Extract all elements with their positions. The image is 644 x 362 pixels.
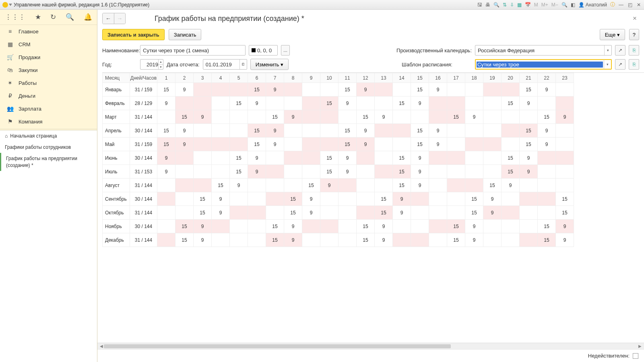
cell-day[interactable] <box>284 97 302 110</box>
cell-day[interactable] <box>375 179 393 192</box>
cell-day[interactable] <box>465 179 483 192</box>
cell-day[interactable] <box>538 206 556 220</box>
cell-day[interactable] <box>411 110 429 124</box>
cell-day[interactable] <box>556 165 574 179</box>
cell-day[interactable] <box>393 110 411 124</box>
cell-day[interactable]: 15 <box>538 233 556 247</box>
cell-day[interactable] <box>212 151 230 165</box>
cell-day[interactable] <box>320 206 339 220</box>
cell-day[interactable]: 9 <box>248 151 266 165</box>
cell-day[interactable] <box>411 192 429 206</box>
cell-day[interactable] <box>339 110 357 124</box>
cell-day[interactable]: 9 <box>411 97 429 110</box>
cell-day[interactable] <box>212 220 230 233</box>
horizontal-scrollbar[interactable]: ◀ ▶ <box>97 343 644 349</box>
cell-day[interactable] <box>230 138 248 151</box>
cell-day[interactable] <box>556 83 574 97</box>
cell-day[interactable] <box>393 124 411 138</box>
toolbar-print-icon[interactable]: 🖶 <box>485 2 490 8</box>
cell-day[interactable] <box>429 97 447 110</box>
table-row[interactable]: Март31 / 144159159159159159 <box>103 110 574 124</box>
cell-day[interactable]: 9 <box>266 124 284 138</box>
cell-day[interactable]: 15 <box>248 83 266 97</box>
cell-day[interactable] <box>429 179 447 192</box>
cell-day[interactable] <box>175 206 194 220</box>
cell-day[interactable]: 15 <box>357 220 375 233</box>
toolbar-preview-icon[interactable]: 🔍 <box>493 2 500 8</box>
cell-day[interactable] <box>502 124 520 138</box>
cell-day[interactable]: 15 <box>375 206 393 220</box>
cell-day[interactable]: 9 <box>157 165 175 179</box>
cell-day[interactable]: 15 <box>411 138 429 151</box>
cell-day[interactable] <box>339 179 357 192</box>
forward-button[interactable]: → <box>114 13 125 24</box>
cell-day[interactable] <box>284 83 302 97</box>
cell-day[interactable] <box>302 220 320 233</box>
cell-day[interactable] <box>339 192 357 206</box>
cell-day[interactable] <box>465 151 483 165</box>
cell-day[interactable] <box>230 83 248 97</box>
cell-day[interactable] <box>284 179 302 192</box>
cell-day[interactable] <box>266 206 284 220</box>
cell-day[interactable]: 15 <box>357 110 375 124</box>
cell-day[interactable] <box>556 179 574 192</box>
table-row[interactable]: Сентябрь30 / 14415915915915915 <box>103 192 574 206</box>
cell-day[interactable] <box>284 138 302 151</box>
cell-day[interactable]: 15 <box>230 165 248 179</box>
cell-day[interactable]: 15 <box>157 83 175 97</box>
cell-day[interactable]: 9 <box>520 165 538 179</box>
cell-day[interactable]: 9 <box>465 233 483 247</box>
cell-day[interactable] <box>194 179 212 192</box>
name-input[interactable]: Сутки через трое (1 смена) <box>140 45 246 56</box>
cell-day[interactable] <box>447 165 465 179</box>
cell-day[interactable]: 9 <box>320 179 339 192</box>
cell-day[interactable] <box>320 138 339 151</box>
cell-day[interactable] <box>465 138 483 151</box>
cell-day[interactable] <box>502 192 520 206</box>
cell-day[interactable] <box>483 83 502 97</box>
cell-day[interactable]: 15 <box>447 233 465 247</box>
cell-day[interactable] <box>429 220 447 233</box>
user-indicator[interactable]: 👤Анатолий <box>578 2 607 8</box>
toolbar-calendar-icon[interactable]: 📅 <box>525 2 531 8</box>
save-and-close-button[interactable]: Записать и закрыть <box>102 29 165 40</box>
cell-day[interactable]: 15 <box>538 110 556 124</box>
cell-day[interactable] <box>212 83 230 97</box>
cell-day[interactable] <box>212 124 230 138</box>
cell-day[interactable]: 15 <box>320 97 339 110</box>
cell-day[interactable]: 9 <box>266 138 284 151</box>
cell-day[interactable] <box>465 165 483 179</box>
cell-day[interactable] <box>538 165 556 179</box>
calendar-link-button[interactable]: ⎘ <box>629 45 639 56</box>
cell-day[interactable] <box>194 151 212 165</box>
cell-day[interactable] <box>157 206 175 220</box>
cell-day[interactable] <box>429 233 447 247</box>
cell-day[interactable] <box>302 138 320 151</box>
m-minus-icon[interactable]: M− <box>551 2 558 8</box>
cell-day[interactable]: 9 <box>429 138 447 151</box>
cell-day[interactable]: 9 <box>302 206 320 220</box>
cell-day[interactable] <box>375 124 393 138</box>
cell-day[interactable] <box>230 206 248 220</box>
cell-day[interactable] <box>157 179 175 192</box>
cell-day[interactable]: 15 <box>175 110 194 124</box>
cell-day[interactable] <box>230 110 248 124</box>
cell-day[interactable] <box>483 233 502 247</box>
cell-day[interactable] <box>556 151 574 165</box>
cell-day[interactable] <box>520 220 538 233</box>
cell-day[interactable]: 9 <box>483 192 502 206</box>
cell-day[interactable] <box>429 206 447 220</box>
cell-day[interactable] <box>248 179 266 192</box>
cell-day[interactable]: 15 <box>520 138 538 151</box>
cell-day[interactable] <box>302 151 320 165</box>
cell-day[interactable] <box>429 165 447 179</box>
cell-day[interactable] <box>175 179 194 192</box>
cell-day[interactable] <box>538 97 556 110</box>
close-icon[interactable]: ✕ <box>636 2 642 8</box>
cell-day[interactable]: 9 <box>175 83 194 97</box>
calendar-icon[interactable]: 🗓 <box>239 60 247 69</box>
cell-day[interactable]: 9 <box>357 124 375 138</box>
cell-day[interactable]: 9 <box>157 97 175 110</box>
search-icon[interactable]: 🔍 <box>66 13 74 21</box>
app-menu-dropdown-icon[interactable] <box>9 4 12 6</box>
